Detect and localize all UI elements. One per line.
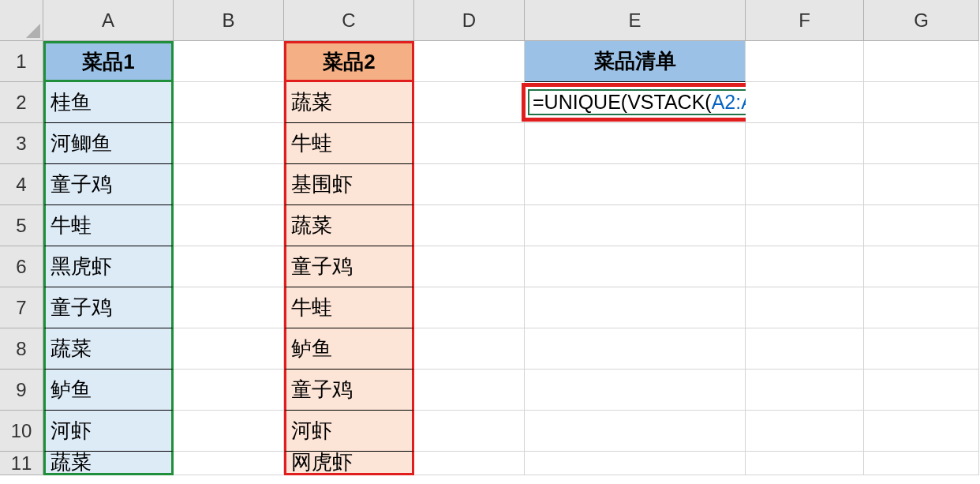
rowhead-5[interactable]: 5 <box>0 205 43 246</box>
cell-G7[interactable] <box>864 287 979 328</box>
cell-D5[interactable] <box>414 205 525 246</box>
cell-C5[interactable]: 蔬菜 <box>284 205 414 246</box>
cell-G4[interactable] <box>864 164 979 205</box>
cell-F9[interactable] <box>746 370 864 411</box>
cell-G8[interactable] <box>864 328 979 370</box>
cell-D10[interactable] <box>414 411 525 452</box>
cell-F2[interactable] <box>746 82 864 123</box>
cell-D11[interactable] <box>414 452 525 475</box>
cell-E5[interactable] <box>525 205 746 246</box>
select-all-corner[interactable] <box>0 0 43 41</box>
cell-G6[interactable] <box>864 246 979 287</box>
cell-B3[interactable] <box>174 123 284 164</box>
rowhead-4[interactable]: 4 <box>0 164 43 205</box>
cell-G3[interactable] <box>864 123 979 164</box>
cell-F10[interactable] <box>746 411 864 452</box>
colhead-B[interactable]: B <box>174 0 284 41</box>
cell-D8[interactable] <box>414 328 525 370</box>
cell-D4[interactable] <box>414 164 525 205</box>
cell-F5[interactable] <box>746 205 864 246</box>
cell-E7[interactable] <box>525 287 746 328</box>
cell-C6[interactable]: 童子鸡 <box>284 246 414 287</box>
rowhead-9[interactable]: 9 <box>0 370 43 411</box>
cell-E4[interactable] <box>525 164 746 205</box>
rowhead-3[interactable]: 3 <box>0 123 43 164</box>
cell-G9[interactable] <box>864 370 979 411</box>
cell-D3[interactable] <box>414 123 525 164</box>
cell-B7[interactable] <box>174 287 284 328</box>
cell-G11[interactable] <box>864 452 979 475</box>
cell-E9[interactable] <box>525 370 746 411</box>
cell-B4[interactable] <box>174 164 284 205</box>
cell-A10[interactable]: 河虾 <box>43 411 174 452</box>
cell-D2[interactable] <box>414 82 525 123</box>
rowhead-10[interactable]: 10 <box>0 411 43 452</box>
cell-A4[interactable]: 童子鸡 <box>43 164 174 205</box>
rowhead-7[interactable]: 7 <box>0 287 43 328</box>
cell-F4[interactable] <box>746 164 864 205</box>
cell-E1-header[interactable]: 菜品清单 <box>525 41 746 82</box>
cell-B2[interactable] <box>174 82 284 123</box>
rowhead-11[interactable]: 11 <box>0 452 43 475</box>
colhead-D[interactable]: D <box>414 0 525 41</box>
cell-F3[interactable] <box>746 123 864 164</box>
colhead-A[interactable]: A <box>43 0 174 41</box>
cell-F11[interactable] <box>746 452 864 475</box>
cell-C7[interactable]: 牛蛙 <box>284 287 414 328</box>
cell-E2-formula[interactable]: =UNIQUE(VSTACK(A2:A11,C2:C11)) <box>525 82 746 123</box>
cell-C11[interactable]: 网虎虾 <box>284 452 414 475</box>
rowhead-2[interactable]: 2 <box>0 82 43 123</box>
cell-G1[interactable] <box>864 41 979 82</box>
cell-C4[interactable]: 基围虾 <box>284 164 414 205</box>
cell-A2[interactable]: 桂鱼 <box>43 82 174 123</box>
cell-F1[interactable] <box>746 41 864 82</box>
cell-G5[interactable] <box>864 205 979 246</box>
cell-C3[interactable]: 牛蛙 <box>284 123 414 164</box>
cell-F6[interactable] <box>746 246 864 287</box>
cell-F7[interactable] <box>746 287 864 328</box>
cell-G2[interactable] <box>864 82 979 123</box>
cell-E11[interactable] <box>525 452 746 475</box>
cell-A6[interactable]: 黑虎虾 <box>43 246 174 287</box>
cell-B11[interactable] <box>174 452 284 475</box>
cell-C1-header[interactable]: 菜品2 <box>284 41 414 82</box>
cell-B5[interactable] <box>174 205 284 246</box>
rowhead-6[interactable]: 6 <box>0 246 43 287</box>
rowhead-1[interactable]: 1 <box>0 41 43 82</box>
cell-D6[interactable] <box>414 246 525 287</box>
cell-A3[interactable]: 河鲫鱼 <box>43 123 174 164</box>
cell-C10[interactable]: 河虾 <box>284 411 414 452</box>
cell-E8[interactable] <box>525 328 746 370</box>
cell-E3[interactable] <box>525 123 746 164</box>
formula-equals: = <box>533 91 544 114</box>
cell-C9[interactable]: 童子鸡 <box>284 370 414 411</box>
cell-A1-header[interactable]: 菜品1 <box>43 41 174 82</box>
cell-A8[interactable]: 蔬菜 <box>43 328 174 370</box>
cell-B9[interactable] <box>174 370 284 411</box>
rowhead-8[interactable]: 8 <box>0 328 43 370</box>
cell-C8[interactable]: 鲈鱼 <box>284 328 414 370</box>
cell-B8[interactable] <box>174 328 284 370</box>
cell-B1[interactable] <box>174 41 284 82</box>
cell-A9[interactable]: 鲈鱼 <box>43 370 174 411</box>
colhead-F[interactable]: F <box>746 0 864 41</box>
formula-fn-vstack: VSTACK <box>627 91 705 114</box>
cell-B6[interactable] <box>174 246 284 287</box>
cell-D7[interactable] <box>414 287 525 328</box>
cell-E10[interactable] <box>525 411 746 452</box>
cell-A11[interactable]: 蔬菜 <box>43 452 174 475</box>
cell-D1[interactable] <box>414 41 525 82</box>
cell-A5[interactable]: 牛蛙 <box>43 205 174 246</box>
colhead-G[interactable]: G <box>864 0 979 41</box>
spreadsheet-grid[interactable]: A B C D E F G 1 菜品1 菜品2 菜品清单 2 桂鱼 蔬菜 =UN… <box>0 0 980 484</box>
colhead-E[interactable]: E <box>525 0 746 41</box>
cell-G10[interactable] <box>864 411 979 452</box>
colhead-C[interactable]: C <box>284 0 414 41</box>
cell-E6[interactable] <box>525 246 746 287</box>
cell-C2[interactable]: 蔬菜 <box>284 82 414 123</box>
cell-B10[interactable] <box>174 411 284 452</box>
cell-A7[interactable]: 童子鸡 <box>43 287 174 328</box>
cell-D9[interactable] <box>414 370 525 411</box>
formula-open2: ( <box>705 91 711 114</box>
cell-F8[interactable] <box>746 328 864 370</box>
